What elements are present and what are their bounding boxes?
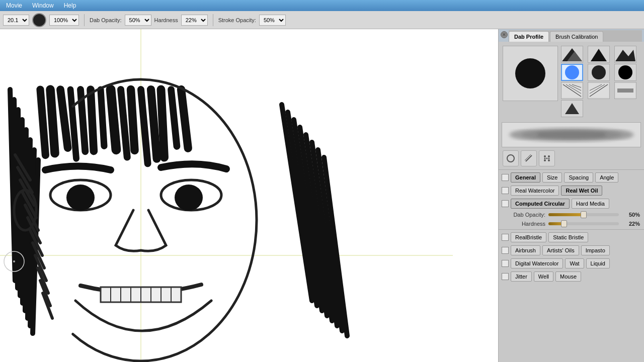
watercolor-checkbox[interactable] [502,187,509,194]
brush-variant-4[interactable] [561,64,583,81]
angle-btn[interactable]: Angle [595,172,618,183]
svg-point-22 [544,155,546,157]
general-btn[interactable]: General [511,172,540,183]
panel-close-button[interactable]: ✕ [501,31,508,38]
dab-opacity-slider-label: Dab Opacity: [503,212,545,218]
divider1 [84,14,85,26]
panel-tabs: Dab Profile Brush Calibration [509,30,642,42]
real-wet-oil-btn[interactable]: Real Wet Oil [561,186,602,196]
separator1 [499,169,644,170]
tool-slash-btn[interactable] [521,150,537,166]
jitter-section-row: Jitter Well Mouse [499,270,644,283]
menu-movie[interactable]: Movie [4,1,24,10]
computed-checkbox[interactable] [502,200,509,207]
main-content: ✕ Dab Profile Brush Calibration [0,29,644,362]
dab-opacity-slider[interactable] [548,213,619,216]
computed-circular-btn[interactable]: Computed Circular [511,199,570,209]
brush-variants-grid [561,46,640,117]
title-bar: Movie Window Help [0,0,644,11]
tab-brush-calibration[interactable]: Brush Calibration [550,31,603,42]
hardness-slider-label: Hardness [503,221,545,227]
svg-rect-14 [617,88,633,93]
dab-opacity-value: 50% [622,212,640,218]
dab-opacity-row: Dab Opacity: 50% [499,210,644,219]
real-watercolor-btn[interactable]: Real Watercolor [511,186,559,196]
hardness-slider[interactable] [548,222,619,225]
digital-watercolor-btn[interactable]: Digital Watercolor [511,258,563,268]
svg-marker-3 [615,50,635,61]
airbrush-btn[interactable]: Airbrush [511,245,540,255]
brush-variant-6[interactable] [614,64,636,81]
hardness-thumb[interactable] [561,220,567,227]
brush-large-preview [503,46,558,101]
svg-point-26 [546,158,548,159]
zoom-group: 20.1 [3,15,29,26]
brush-variant-8[interactable] [588,82,610,99]
digital-watercolor-section-row: Digital Watercolor Wat Liquid [499,257,644,270]
size-btn[interactable]: Size [542,172,562,183]
tool-icons-row [499,148,644,168]
bristle-section-row: RealBristle Static Bristle [499,231,644,244]
tab-dab-profile[interactable]: Dab Profile [509,31,549,42]
brush-preview-icon[interactable] [32,13,46,27]
svg-point-17 [509,130,539,140]
divider2 [213,14,213,26]
brush-variant-2[interactable] [588,46,610,63]
svg-point-24 [544,159,546,161]
separator2 [499,229,644,230]
wat-btn[interactable]: Wat [565,258,584,268]
svg-point-28 [548,158,550,159]
menu-window[interactable]: Window [30,1,56,10]
brush-variant-3[interactable] [614,46,636,63]
dab-opacity-fill [548,213,584,216]
artists-oils-btn[interactable]: Artists' Oils [542,245,579,255]
stroke-preview [502,122,641,147]
menu-bar: Movie Window Help [4,1,78,10]
canvas-area[interactable] [0,29,498,362]
brush-variant-9[interactable] [614,82,636,99]
spacing-btn[interactable]: Spacing [564,172,593,183]
hardness-value: 22% [622,221,640,227]
tool-dots-btn[interactable] [539,150,555,166]
svg-marker-2 [591,49,607,61]
dab-opacity-thumb[interactable] [581,211,587,218]
well-btn[interactable]: Well [534,272,553,282]
jitter-checkbox[interactable] [502,273,509,280]
watercolor-section-row: Real Watercolor Real Wet Oil [499,184,644,197]
stroke-opacity-label: Stroke Opacity: [218,17,256,23]
realbristle-btn[interactable]: RealBristle [511,232,546,242]
svg-point-23 [548,155,550,157]
menu-help[interactable]: Help [62,1,78,10]
static-bristle-btn[interactable]: Static Bristle [548,232,588,242]
hardness-select[interactable]: 22% [181,15,208,26]
hardness-label: Hardness [154,17,178,23]
mouse-btn[interactable]: Mouse [555,272,581,282]
brush-variant-10[interactable] [561,100,583,117]
jitter-btn[interactable]: Jitter [511,272,532,282]
airbrush-checkbox[interactable] [502,247,509,254]
brush-variant-1[interactable] [561,46,583,63]
zoom-select[interactable]: 20.1 [3,15,29,26]
brush-variant-7[interactable] [561,82,583,99]
panel-header: ✕ Dab Profile Brush Calibration [499,29,644,42]
brush-size-select[interactable]: 100% [49,15,79,26]
hard-media-btn[interactable]: Hard Media [572,199,609,209]
dab-opacity-select[interactable]: 50% [125,15,151,26]
brush-shape-circle [515,58,545,88]
general-checkbox[interactable] [502,174,509,181]
stroke-opacity-select[interactable]: 50% [259,15,286,26]
brush-variant-5[interactable] [588,64,610,81]
digital-watercolor-checkbox[interactable] [502,260,509,267]
dab-opacity-label: Dab Opacity: [90,17,122,23]
hardness-row: Hardness 22% [499,219,644,228]
svg-point-27 [544,158,546,159]
tool-circle-btn[interactable] [503,150,519,166]
liquid-btn[interactable]: Liquid [586,258,610,268]
bristle-checkbox[interactable] [502,234,509,241]
brush-preview-area [499,42,644,121]
impasto-btn[interactable]: Impasto [581,245,610,255]
general-section-row: General Size Spacing Angle [499,171,644,184]
airbrush-section-row: Airbrush Artists' Oils Impasto [499,244,644,257]
toolbar: 20.1 100% Dab Opacity: 50% Hardness 22% … [0,11,644,29]
drawing-canvas[interactable] [0,29,453,362]
